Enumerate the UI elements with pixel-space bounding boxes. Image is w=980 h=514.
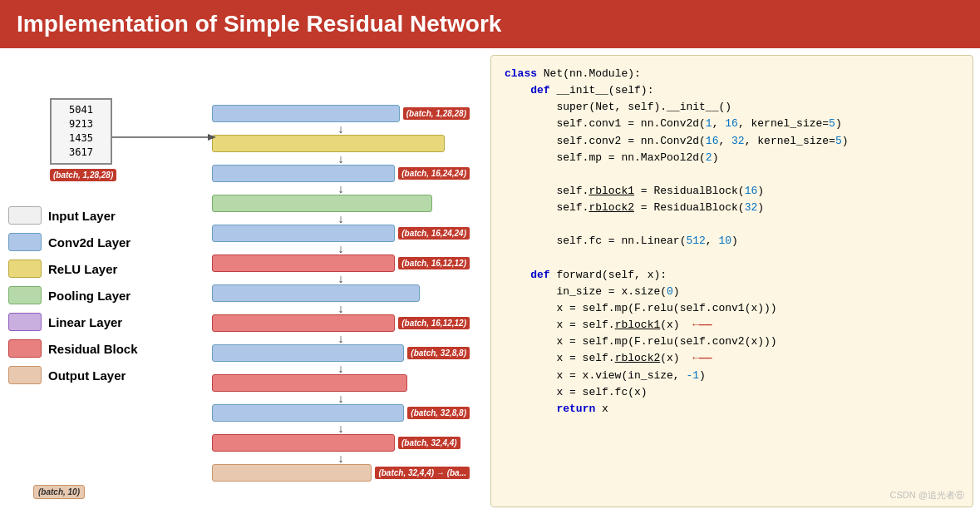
code-line-5: self.conv2 = nn.Conv2d(16, 32, kernel_si… xyxy=(505,133,959,150)
content-area: 5041921314353617 (batch, 1,28,28) Input … xyxy=(0,48,980,514)
layer-block-residual2 xyxy=(212,314,395,332)
legend-label-residual: Residual Block xyxy=(48,342,138,356)
legend-box-pool xyxy=(8,286,42,304)
legend-label-output: Output Layer xyxy=(48,368,126,383)
label-batch9: (batch, 32,4,4) → (ba... xyxy=(375,467,470,479)
code-line-6: self.mp = nn.MaxPool2d(2) xyxy=(505,150,959,166)
legend-residual: Residual Block xyxy=(8,339,138,358)
layer-row-3: (batch, 16,24,24) xyxy=(212,165,470,182)
legend-box-residual xyxy=(8,339,42,358)
arrow-9: ↓ xyxy=(212,363,470,373)
legend-box-conv xyxy=(8,233,42,251)
layer-block-residual4 xyxy=(212,434,395,452)
layer-block-conv5 xyxy=(212,344,404,362)
arrow-8: ↓ xyxy=(212,334,470,343)
code-panel: class Net(nn.Module): def __init__(self)… xyxy=(490,55,973,507)
legend-input: Input Layer xyxy=(8,206,138,225)
code-line-12 xyxy=(505,250,959,267)
layer-row-7 xyxy=(212,284,470,302)
main-container: Implementation of Simple Residual Networ… xyxy=(0,0,980,514)
legend-label-input: Input Layer xyxy=(48,209,116,223)
code-line-9: self.rblock2 = ResidualBlock(32) xyxy=(505,200,959,216)
code-line-18: x = self.rblock2(x) ←—— xyxy=(505,350,959,367)
layer-block-pool1 xyxy=(212,195,432,212)
arrow-3: ↓ xyxy=(212,184,470,194)
legend-label-conv: Conv2d Layer xyxy=(48,235,131,250)
left-panel: 5041921314353617 (batch, 1,28,28) Input … xyxy=(0,48,490,514)
code-line-8: self.rblock1 = ResidualBlock(16) xyxy=(505,183,959,200)
title-bar: Implementation of Simple Residual Networ… xyxy=(0,0,980,48)
legend-label-linear: Linear Layer xyxy=(48,315,122,329)
label-batch6: (batch, 32,8,8) xyxy=(407,347,470,359)
code-line-15: x = self.mp(F.relu(self.conv1(x))) xyxy=(505,300,959,317)
layer-block-residual3 xyxy=(212,374,407,392)
layer-row-8: (batch, 16,12,12) xyxy=(212,314,470,332)
layer-row-13: (batch, 32,4,4) → (ba... xyxy=(212,464,470,482)
layer-diagram: (batch, 1,28,28) ↓ ↓ (batch, 16,24,24) ↓ xyxy=(212,105,470,483)
input-image-box: 5041921314353617 xyxy=(50,98,112,165)
layer-block-conv2 xyxy=(212,165,395,182)
layer-row-5: (batch, 16,24,24) xyxy=(212,225,470,242)
layer-block-residual1 xyxy=(212,255,395,272)
code-line-3: super(Net, self).__init__() xyxy=(505,99,959,116)
arrow-11: ↓ xyxy=(212,423,470,433)
legend-box-relu xyxy=(8,259,42,278)
code-line-11: self.fc = nn.Linear(512, 10) xyxy=(505,233,959,250)
legend-conv: Conv2d Layer xyxy=(8,233,138,251)
legend: Input Layer Conv2d Layer ReLU Layer Pool… xyxy=(8,206,138,384)
layer-block-output xyxy=(212,464,372,482)
legend-box-output xyxy=(8,366,42,384)
arrow-12: ↓ xyxy=(212,453,470,463)
arrow-7: ↓ xyxy=(212,304,470,314)
legend-label-pool: Pooling Layer xyxy=(48,289,131,303)
legend-relu: ReLU Layer xyxy=(8,259,138,278)
layer-row-6: (batch, 16,12,12) xyxy=(212,255,470,272)
label-batch7: (batch, 32,8,8) xyxy=(407,407,470,419)
label-batch2: (batch, 16,24,24) xyxy=(398,167,470,180)
layer-block-relu1 xyxy=(212,135,445,152)
layer-block-conv1 xyxy=(212,105,400,122)
label-batch4: (batch, 16,12,12) xyxy=(398,257,470,269)
arrow-1: ↓ xyxy=(212,124,470,134)
label-batch3: (batch, 16,24,24) xyxy=(398,227,470,240)
legend-box-input xyxy=(8,206,42,225)
arrow-4: ↓ xyxy=(212,214,470,224)
code-line-14: in_size = x.size(0) xyxy=(505,284,959,300)
arrow-5: ↓ xyxy=(212,244,470,254)
code-line-21: return x xyxy=(505,401,959,418)
page-title: Implementation of Simple Residual Networ… xyxy=(17,11,501,37)
code-line-1: class Net(nn.Module): xyxy=(505,66,959,82)
layer-block-conv3 xyxy=(212,225,395,242)
label-batch5: (batch, 16,12,12) xyxy=(398,317,470,329)
layer-block-conv4 xyxy=(212,284,420,302)
layer-row-1: (batch, 1,28,28) xyxy=(212,105,470,122)
code-line-17: x = self.mp(F.relu(self.conv2(x))) xyxy=(505,334,959,350)
code-line-20: x = self.fc(x) xyxy=(505,384,959,401)
code-line-10 xyxy=(505,216,959,233)
layer-row-4 xyxy=(212,195,470,212)
layer-block-conv6 xyxy=(212,404,404,422)
arrow-10: ↓ xyxy=(212,393,470,403)
layer-row-9: (batch, 32,8,8) xyxy=(212,344,470,362)
watermark: CSDN @追光者⑥ xyxy=(890,489,964,502)
legend-output: Output Layer xyxy=(8,366,138,384)
label-batch1: (batch, 1,28,28) xyxy=(403,107,470,120)
code-line-16: x = self.rblock1(x) ←—— xyxy=(505,317,959,334)
layer-row-10 xyxy=(212,374,470,392)
label-batch8: (batch, 32,4,4) xyxy=(398,437,460,449)
layer-row-2 xyxy=(212,135,470,152)
code-line-7 xyxy=(505,166,959,183)
legend-linear: Linear Layer xyxy=(8,313,138,331)
layer-row-11: (batch, 32,8,8) xyxy=(212,404,470,422)
connector-arrow xyxy=(112,127,216,148)
code-line-2: def __init__(self): xyxy=(505,82,959,99)
legend-box-linear xyxy=(8,313,42,331)
code-line-19: x = x.view(in_size, -1) xyxy=(505,368,959,384)
code-line-13: def forward(self, x): xyxy=(505,267,959,284)
code-line-4: self.conv1 = nn.Conv2d(1, 16, kernel_siz… xyxy=(505,116,959,132)
legend-pool: Pooling Layer xyxy=(8,286,138,304)
output-batch-label: (batch, 10) xyxy=(33,485,85,499)
layer-row-12: (batch, 32,4,4) xyxy=(212,434,470,452)
input-batch-label: (batch, 1,28,28) xyxy=(50,169,116,181)
legend-label-relu: ReLU Layer xyxy=(48,262,117,276)
